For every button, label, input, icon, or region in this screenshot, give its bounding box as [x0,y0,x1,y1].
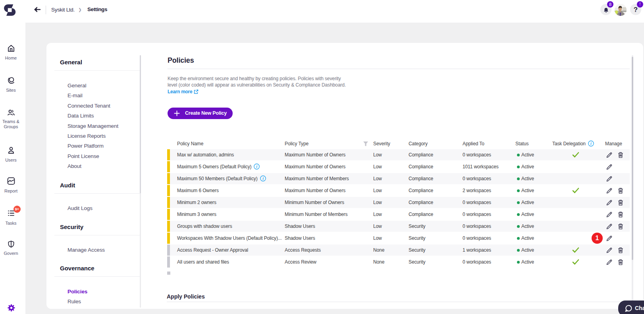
svg-text:i: i [590,141,592,146]
svg-text:i: i [256,164,258,169]
svg-text:i: i [262,176,264,181]
